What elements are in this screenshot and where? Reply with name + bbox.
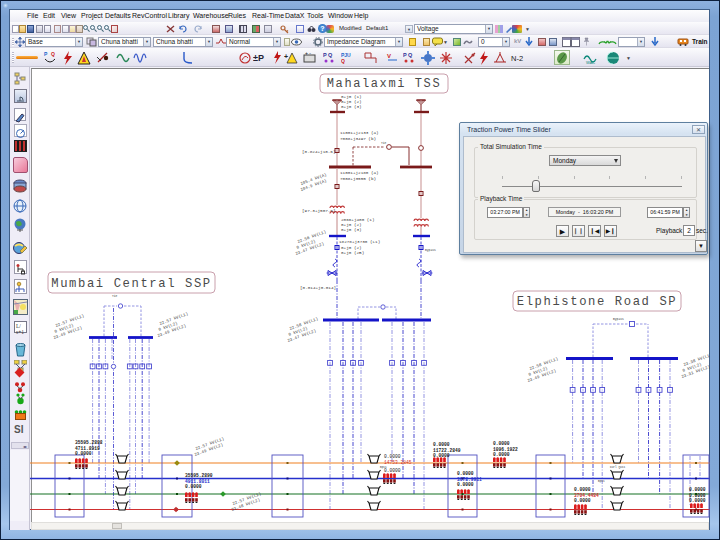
svg-text:11001+j2180 (a): 11001+j2180 (a) — [340, 170, 379, 175]
svg-text:Bypass: Bypass — [613, 318, 624, 321]
svg-text:0+j0 (3): 0+j0 (3) — [341, 227, 362, 232]
svg-text:Mahalaxmi TSS: Mahalaxmi TSS — [327, 77, 441, 91]
svg-text:0.0000: 0.0000 — [689, 498, 706, 503]
svg-text:0.0000: 0.0000 — [384, 454, 401, 459]
svg-text:0.0000: 0.0000 — [689, 487, 706, 492]
svg-text:0+j0 (2B): 0+j0 (2B) — [341, 250, 364, 255]
svg-text:±P: ±P — [253, 53, 264, 63]
svg-text:11001+j2133 (a): 11001+j2133 (a) — [340, 130, 379, 135]
svg-text:0.0000: 0.0000 — [574, 487, 591, 492]
svg-text:11722.2849: 11722.2849 — [433, 448, 461, 453]
svg-text:Q: Q — [51, 51, 55, 57]
svg-text:4911.8011: 4911.8011 — [185, 479, 210, 484]
svg-text:[97.3+j507.8]: [97.3+j507.8] — [302, 208, 336, 213]
svg-text:Bypass: Bypass — [425, 249, 436, 252]
svg-text:7008+j3497 (b): 7008+j3497 (b) — [340, 136, 376, 141]
svg-text:0.0000: 0.0000 — [185, 484, 202, 489]
svg-text:Tie: Tie — [381, 141, 387, 145]
svg-text:[0.014+j0.014]: [0.014+j0.014] — [300, 285, 336, 290]
svg-text:0.0000: 0.0000 — [457, 471, 474, 476]
svg-text:1096.1922: 1096.1922 — [493, 447, 518, 452]
svg-text:P Q: P Q — [403, 52, 413, 58]
svg-text:14753.2845: 14753.2845 — [384, 460, 412, 465]
svg-text:+ -: + - — [305, 51, 311, 56]
svg-text:0.0000: 0.0000 — [689, 493, 706, 498]
svg-text:Tie: Tie — [112, 294, 118, 298]
svg-text:[0.824+j10.6]: [0.824+j10.6] — [302, 149, 336, 154]
svg-text:35595.2890: 35595.2890 — [185, 473, 213, 478]
svg-text:4711.8919: 4711.8919 — [75, 446, 100, 451]
svg-text:3704.4484: 3704.4484 — [574, 493, 599, 498]
svg-text:0.0000: 0.0000 — [493, 441, 510, 446]
svg-text:35595.2898: 35595.2898 — [75, 440, 103, 445]
svg-text:0.0000: 0.0000 — [574, 498, 591, 503]
svg-text:0.0000: 0.0000 — [493, 452, 510, 457]
svg-text:0.0000: 0.0000 — [457, 482, 474, 487]
svg-text:P: P — [44, 51, 48, 57]
svg-text:WAC: WAC — [586, 60, 595, 65]
svg-text:Q: Q — [341, 58, 345, 64]
svg-text:0.0000: 0.0000 — [384, 468, 401, 473]
svg-text:0.0000: 0.0000 — [75, 451, 92, 456]
svg-text:Bpss: Bpss — [598, 480, 605, 483]
svg-text:3678.9911: 3678.9911 — [457, 477, 482, 482]
svg-text:18278+j3730 (L1): 18278+j3730 (L1) — [339, 239, 380, 244]
svg-text:P Q: P Q — [323, 52, 333, 58]
svg-text:+: + — [284, 53, 288, 60]
svg-text:0+j0 (3): 0+j0 (3) — [341, 104, 362, 109]
svg-text:0.0000: 0.0000 — [433, 442, 450, 447]
svg-text:Elphistone Road SP: Elphistone Road SP — [517, 295, 677, 309]
svg-text:V: V — [387, 53, 391, 59]
svg-text:7008+j3555 (b): 7008+j3555 (b) — [340, 176, 376, 181]
svg-text:Mumbai Central SSP: Mumbai Central SSP — [51, 277, 211, 291]
svg-text:Kurl Quss: Kurl Quss — [610, 465, 625, 469]
